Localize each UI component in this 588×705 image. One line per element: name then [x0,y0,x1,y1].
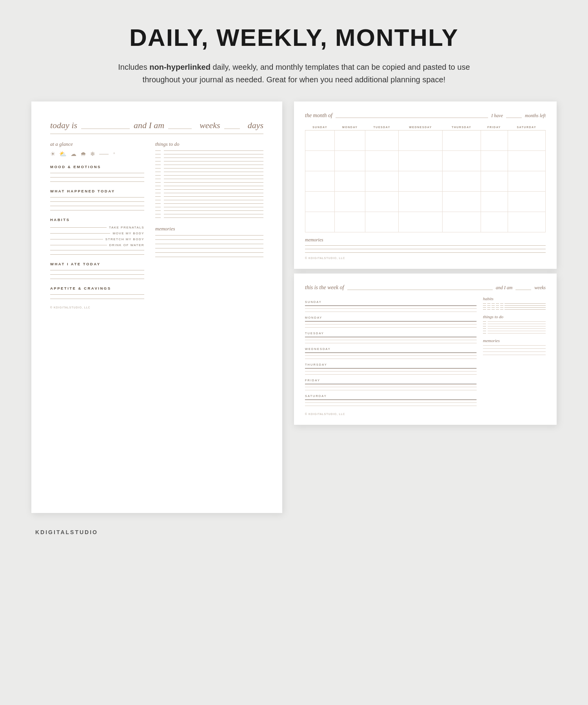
dp-line [305,340,477,340]
wp-day-line [305,368,477,369]
mp-cell [481,192,508,212]
dp-todo-dash [155,161,161,161]
dp-todo-item [155,172,263,172]
mp-cell [399,212,443,232]
mp-cell [481,212,508,232]
wp-habit-dot [496,303,499,304]
dp-todo-dash [155,150,161,151]
mp-cell [481,151,508,171]
wp-todo-mini-item [483,331,546,331]
habit-label-2: MOVE MY BODY [113,232,144,235]
mp-cell [365,192,399,212]
table-row [305,130,546,151]
mp-cell [399,192,443,212]
dp-todo-line [164,175,263,176]
dp-weeks-fill-line [168,129,192,129]
habit-line [50,233,110,234]
dp-todo-dash [155,203,161,204]
partly-cloudy-icon: ⛅ [59,150,67,158]
dp-line [483,345,546,346]
wp-header-row: this is the week of and I am weeks [305,285,546,291]
dp-todo-item [155,186,263,186]
wp-habits-label: habits [483,296,546,301]
dp-appetite-label: APPETITE & CRAVINGS [50,286,144,290]
dp-line [50,177,144,178]
dp-line [305,390,477,390]
dp-what-happened-lines [50,197,144,210]
page-wrapper: DAILY, WEEKLY, MONTHLY Includes non-hype… [0,0,588,705]
wp-week-fill-line [347,290,493,290]
mp-memories-lines [305,245,546,253]
mp-cell [335,192,365,212]
mp-i-have: I have [491,113,503,119]
dp-line [305,312,477,312]
wp-weeks-fill-line [515,290,531,290]
wp-monday-label: MONDAY [305,316,477,319]
mp-cell [399,171,443,192]
mp-cell [305,192,335,212]
dp-todo-line [164,189,263,190]
dp-todo-line [164,200,263,200]
dp-days-label: days [248,120,263,130]
dp-line [305,374,477,375]
dp-line [483,348,546,349]
sun-icon: ☀ [50,150,55,158]
wp-habit-dot [492,309,495,310]
dp-line [155,235,263,236]
wp-habit-dot [500,303,503,304]
dp-todo-line [164,193,263,193]
habit-row-3: STRETCH MY BODY [50,237,144,241]
dp-weeks-label: weeks [200,120,220,130]
table-row [305,171,546,192]
wp-todo-mini-dash [483,331,486,331]
wp-habit-dot [496,309,499,310]
wp-todo-mini-item [483,328,546,329]
monthly-planner: the month of I have months left SUNDAY M… [294,101,557,269]
dp-header-line [81,129,130,129]
table-row [305,212,546,232]
wp-todo-mini-item [483,326,546,326]
wp-habit-dot [496,305,499,306]
dp-line [50,299,144,299]
dp-todo-dash [155,179,161,179]
dp-memories-lines [155,235,263,257]
mp-months-left: months left [525,113,546,119]
wp-tuesday-label: TUESDAY [305,332,477,335]
mp-the-month: the month of [305,112,332,119]
dp-columns: at a glance ☀ ⛅ ☁ 🌧 ❄ ° MOOD & EMOTIONS [50,141,263,309]
wp-todo-mini-item [483,324,546,324]
mp-day-sat: SATURDAY [508,124,546,130]
habit-row-2: MOVE MY BODY [50,232,144,235]
dp-line [483,352,546,352]
wp-habit-mini-line [505,305,546,306]
dp-todo-dash [155,207,161,207]
dp-habits-list: TAKE PRENATALS MOVE MY BODY STRETCH MY B… [50,226,144,255]
dp-line [50,254,144,255]
wp-this-week: this is the week of [305,285,344,291]
mp-cell [443,130,481,151]
mp-cell [335,171,365,192]
dp-line [305,355,477,356]
mp-day-sun: SUNDAY [305,124,335,130]
wp-habit-dot [483,307,486,308]
dp-todo-dash [155,189,161,190]
dp-right-col: things to do [155,141,263,309]
dp-todo-item [155,217,263,218]
wp-memories-label: memories [483,338,546,343]
dp-todo-line [164,210,263,211]
dp-line [155,257,263,257]
wp-thursday-label: THURSDAY [305,363,477,366]
wp-monday-lines [305,324,477,328]
mp-cell [335,151,365,171]
dp-line [305,324,477,324]
dp-todo-dash [155,154,161,154]
dp-line [305,406,477,406]
dp-todo-item [155,161,263,161]
dp-line [50,294,144,295]
dp-todo-item [155,175,263,176]
dp-todo-line [164,207,263,207]
wp-todo-mini-dash [483,326,486,326]
dp-todo-item [155,154,263,154]
wp-habit-mini-row [483,303,546,304]
wp-day-line [305,384,477,384]
